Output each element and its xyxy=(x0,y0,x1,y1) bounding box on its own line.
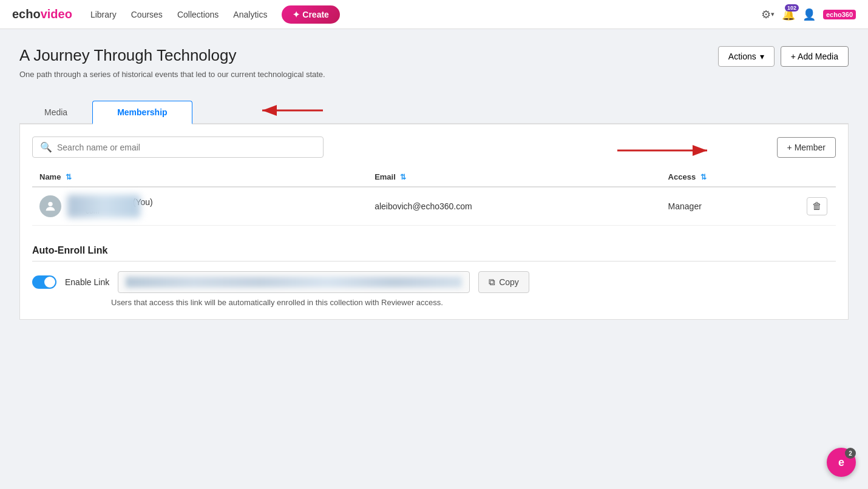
page-header-row: A Journey Through Technology One path th… xyxy=(19,46,849,91)
top-nav: echovideo Library Courses Collections An… xyxy=(0,0,868,29)
user-icon: 👤 xyxy=(802,8,816,21)
create-button[interactable]: ✦ Create xyxy=(282,5,339,24)
add-member-button[interactable]: + Member xyxy=(777,137,836,158)
trash-icon: 🗑 xyxy=(812,201,822,211)
avatar xyxy=(39,195,61,217)
member-name-blurred xyxy=(67,195,140,218)
delete-member-button[interactable]: 🗑 xyxy=(807,197,827,215)
logo-echo: echo xyxy=(12,7,41,21)
sort-access-icon[interactable]: ⇅ xyxy=(700,173,707,181)
member-email-cell: aleibovich@echo360.com xyxy=(367,187,660,226)
nav-collections[interactable]: Collections xyxy=(177,10,219,19)
actions-button[interactable]: Actions ▾ xyxy=(718,46,775,67)
member-table: Name ⇅ Email ⇅ Access ⇅ xyxy=(32,167,836,226)
nav-links: Library Courses Collections Analytics ✦ … xyxy=(90,5,761,24)
svg-point-4 xyxy=(48,202,52,206)
table-row: (You) com aleibovich@echo360.com Manager… xyxy=(32,187,836,226)
bottom-user-avatar[interactable]: e 2 xyxy=(827,448,856,477)
page-subtitle: One path through a series of historical … xyxy=(19,70,325,79)
arrow-membership xyxy=(256,99,329,121)
member-row-name: (You) com xyxy=(39,195,360,218)
toggle-slider xyxy=(32,275,56,289)
settings-button[interactable]: ⚙ ▾ xyxy=(761,8,775,21)
search-member-row: 🔍 + Member xyxy=(32,137,836,158)
arrow-add-member xyxy=(617,141,714,160)
member-access-cell: Manager xyxy=(661,187,799,226)
page-title-area: A Journey Through Technology One path th… xyxy=(19,46,325,91)
nav-courses[interactable]: Courses xyxy=(131,10,163,19)
gear-icon: ⚙ xyxy=(761,8,771,21)
notifications-button[interactable]: 🔔 102 xyxy=(782,8,795,21)
nav-analytics[interactable]: Analytics xyxy=(233,10,267,19)
header-buttons: Actions ▾ + Add Media xyxy=(718,46,849,67)
copy-button[interactable]: ⧉ Copy xyxy=(478,271,529,293)
nav-library[interactable]: Library xyxy=(90,10,117,19)
logo[interactable]: echovideo xyxy=(12,7,72,21)
page-title: A Journey Through Technology xyxy=(19,46,325,65)
auto-enroll-row: Enable Link ⧉ Copy xyxy=(32,271,836,293)
nav-right: ⚙ ▾ 🔔 102 👤 echo360 xyxy=(761,8,856,21)
add-media-button[interactable]: + Add Media xyxy=(781,46,849,67)
notification-badge: 102 xyxy=(785,4,799,12)
add-member-label: + Member xyxy=(787,143,826,152)
col-access: Access ⇅ xyxy=(661,167,799,187)
link-field-container xyxy=(118,271,470,293)
link-value-blurred xyxy=(126,277,462,288)
copy-label: Copy xyxy=(499,277,519,287)
tabs-container: Media Membership xyxy=(19,101,849,124)
logo-video: video xyxy=(41,7,72,21)
search-member-container: 🔍 + Member xyxy=(32,137,836,158)
gear-chevron-icon: ▾ xyxy=(771,10,775,18)
membership-panel: 🔍 + Member xyxy=(19,124,849,320)
search-input[interactable] xyxy=(57,143,316,152)
copy-icon: ⧉ xyxy=(489,277,495,288)
echo360-logo-small: echo360 xyxy=(823,10,856,19)
actions-label: Actions xyxy=(728,52,756,61)
sort-email-icon[interactable]: ⇅ xyxy=(400,173,406,181)
enable-label: Enable Link xyxy=(65,277,109,287)
auto-enroll-section: Auto-Enroll Link Enable Link ⧉ Copy User… xyxy=(32,245,836,307)
add-media-label: + Add Media xyxy=(791,52,838,61)
user-menu-button[interactable]: 👤 xyxy=(802,8,816,21)
col-email: Email ⇅ xyxy=(367,167,660,187)
col-actions-empty xyxy=(799,167,836,187)
member-name-cell: (You) com xyxy=(32,187,367,226)
tabs: Media Membership xyxy=(19,101,849,124)
main-content: A Journey Through Technology One path th… xyxy=(0,29,868,337)
tab-membership[interactable]: Membership xyxy=(92,101,192,124)
avatar-icon xyxy=(44,200,57,213)
enroll-info-text: Users that access this link will be auto… xyxy=(111,298,836,307)
member-delete-cell: 🗑 xyxy=(799,187,836,226)
col-name: Name ⇅ xyxy=(32,167,367,187)
search-icon: 🔍 xyxy=(40,141,52,153)
tab-media[interactable]: Media xyxy=(19,101,92,124)
auto-enroll-title: Auto-Enroll Link xyxy=(32,245,836,261)
avatar-letter: e xyxy=(838,456,844,469)
sort-name-icon[interactable]: ⇅ xyxy=(66,173,72,181)
actions-chevron-icon: ▾ xyxy=(760,52,764,61)
enable-link-toggle[interactable] xyxy=(32,275,56,289)
avatar-badge: 2 xyxy=(845,448,856,459)
search-box: 🔍 xyxy=(32,137,324,158)
